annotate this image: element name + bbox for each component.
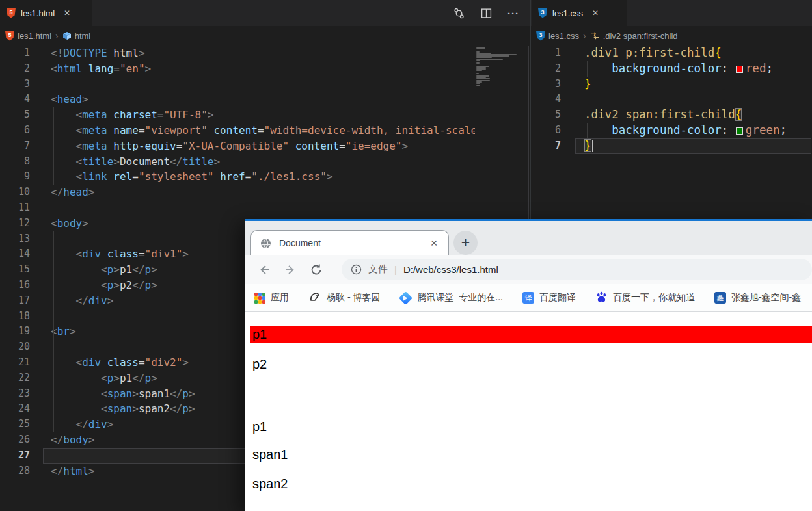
code-token: </ xyxy=(132,372,144,384)
code-line[interactable]: 4 xyxy=(531,92,812,107)
code-line[interactable]: 2 background-color: red; xyxy=(531,61,812,77)
code-token xyxy=(51,248,76,260)
code-token: div xyxy=(88,295,107,307)
minimap-line xyxy=(476,48,485,49)
reload-button[interactable] xyxy=(308,263,325,276)
breadcrumb-symbol[interactable]: html xyxy=(62,31,91,41)
bookmark-baidu-paw[interactable]: 百度一下，你就知道 xyxy=(595,291,695,305)
tab-label: les1.html xyxy=(21,8,55,18)
code-token: > xyxy=(151,279,157,291)
tab-les1-html[interactable]: 5 les1.html ✕ xyxy=(0,0,92,26)
code-token: class xyxy=(107,248,139,260)
code-line[interactable]: 6 background-color: green; xyxy=(531,123,812,138)
info-icon[interactable] xyxy=(351,264,362,275)
code-token: > xyxy=(327,170,333,183)
code-token xyxy=(584,62,612,75)
code-line[interactable]: 2<html lang="en"> xyxy=(0,61,475,77)
code-token: > xyxy=(145,62,152,75)
code-token: Document xyxy=(120,155,170,168)
indent-guide xyxy=(77,371,77,417)
split-editor-icon[interactable] xyxy=(479,6,493,20)
code-line[interactable]: 3 xyxy=(0,77,475,92)
code-line[interactable]: 5 <meta charset="UTF-8"> xyxy=(0,107,475,123)
bookmark-baidu-translate[interactable]: 译百度翻译 xyxy=(522,292,576,304)
code-token: "viewport" xyxy=(145,124,208,137)
breadcrumb-file[interactable]: 5 les1.html xyxy=(5,31,51,41)
back-button[interactable] xyxy=(256,263,273,276)
browser-tab-document[interactable]: Document ✕ xyxy=(250,230,449,255)
cnblogs-icon xyxy=(308,291,321,306)
line-number: 9 xyxy=(0,169,30,185)
line-number: 24 xyxy=(0,401,30,417)
code-token: = xyxy=(139,248,145,260)
code-line[interactable]: 8 <title>Document</title> xyxy=(0,154,475,170)
color-swatch[interactable] xyxy=(736,66,743,73)
line-number: 19 xyxy=(0,324,30,339)
code-token: > xyxy=(402,140,409,152)
breadcrumb-file[interactable]: 3 les1.css xyxy=(536,31,579,41)
minimap-line xyxy=(476,83,480,84)
code-line[interactable]: 1<!DOCTYPE html> xyxy=(0,46,475,61)
code-token: div xyxy=(88,418,107,430)
code-token: > xyxy=(107,418,114,430)
code-token: body xyxy=(63,434,88,446)
code-token: > xyxy=(182,356,189,369)
line-number: 5 xyxy=(0,107,30,123)
address-bar[interactable]: 文件 | D:/web/css3/les1.html xyxy=(342,259,812,280)
code-line[interactable]: 4<head> xyxy=(0,92,475,107)
bookmark-apps-grid[interactable]: 应用 xyxy=(254,292,289,304)
code-token: meta xyxy=(82,109,107,121)
baidu-paw-icon xyxy=(595,291,608,305)
code-token: < xyxy=(76,155,83,168)
color-swatch[interactable] xyxy=(736,127,743,135)
code-token: > xyxy=(113,279,120,291)
breadcrumb-symbol[interactable]: .div2 span:first-child xyxy=(590,31,678,41)
bookmark-cnblogs[interactable]: 杨耿 - 博客园 xyxy=(308,291,380,306)
line-number: 2 xyxy=(0,61,30,77)
code-token: = xyxy=(176,140,183,152)
code-line[interactable]: 1.div1 p:first-child{ xyxy=(531,46,812,61)
code-line[interactable]: 7} xyxy=(531,138,812,154)
code-line[interactable]: 5.div2 span:first-child{ xyxy=(531,107,812,123)
bookmark-label: 百度一下，你就知道 xyxy=(613,292,695,304)
code-line[interactable]: 7 <meta http-equiv="X-UA-Compatible" con… xyxy=(0,138,475,154)
close-tab-icon[interactable]: ✕ xyxy=(61,7,73,19)
code-token: p xyxy=(107,279,114,291)
bookmark-zhangxinxu[interactable]: 鑫张鑫旭-鑫空间-鑫 xyxy=(714,292,801,304)
code-token: < xyxy=(51,93,57,105)
address-url: D:/web/css3/les1.html xyxy=(403,264,498,275)
indent-guide xyxy=(587,123,588,138)
code-token xyxy=(584,124,612,137)
code-token: = xyxy=(139,124,145,137)
tab-les1-css[interactable]: 3 les1.css ✕ xyxy=(532,0,627,26)
code-line[interactable]: 3} xyxy=(531,77,812,92)
code-token: "ie=edge" xyxy=(345,140,402,152)
code-token: p xyxy=(107,263,114,276)
code-line[interactable]: 11 xyxy=(0,200,475,216)
forward-button[interactable] xyxy=(282,263,299,276)
bookmark-label: 应用 xyxy=(271,292,289,304)
code-line[interactable]: 6 <meta name="viewport" content="width=d… xyxy=(0,123,475,138)
css3-file-icon: 3 xyxy=(536,31,545,41)
more-actions-icon[interactable]: ··· xyxy=(506,6,521,20)
close-tab-icon[interactable]: ✕ xyxy=(429,238,439,248)
code-token: { xyxy=(735,108,742,121)
bookmark-tencent-classroom[interactable]: 腾讯课堂_专业的在... xyxy=(399,292,502,304)
code-token xyxy=(213,170,220,183)
line-number: 14 xyxy=(0,246,30,262)
code-token xyxy=(107,124,114,137)
new-tab-button[interactable]: + xyxy=(453,231,478,255)
line-number: 22 xyxy=(0,371,30,386)
code-token: } xyxy=(584,139,591,152)
code-token xyxy=(107,170,114,183)
close-tab-icon[interactable]: ✕ xyxy=(589,7,601,19)
open-changes-icon[interactable] xyxy=(452,6,466,20)
code-token: > xyxy=(88,434,95,446)
code-line[interactable]: 10</head> xyxy=(0,185,475,200)
code-token: green xyxy=(746,124,780,137)
minimap-line xyxy=(476,85,480,86)
code-token: < xyxy=(101,279,107,291)
code-token: <! xyxy=(51,47,63,59)
code-token: span xyxy=(107,387,133,400)
code-line[interactable]: 9 <link rel="stylesheet" href="./les1.cs… xyxy=(0,169,475,185)
